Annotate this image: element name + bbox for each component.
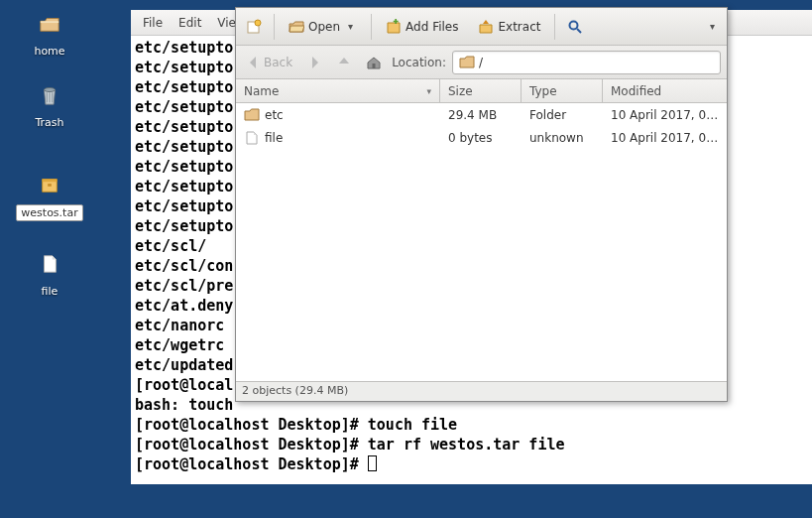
add-files-label: Add Files bbox=[406, 20, 458, 34]
svg-rect-5 bbox=[373, 64, 376, 68]
location-path: / bbox=[479, 56, 483, 69]
open-button[interactable]: Open ▾ bbox=[283, 16, 363, 38]
folder-icon bbox=[244, 107, 260, 123]
column-modified[interactable]: Modified bbox=[603, 79, 727, 102]
toolbar-separator bbox=[554, 14, 555, 40]
svg-point-0 bbox=[45, 87, 56, 91]
sort-indicator-icon: ▾ bbox=[426, 86, 431, 96]
location-label: Location: bbox=[392, 56, 446, 69]
back-label: Back bbox=[264, 56, 292, 69]
back-button[interactable]: Back bbox=[242, 53, 296, 72]
desktop-icon-file[interactable]: file bbox=[10, 246, 89, 299]
desktop-icon-home[interactable]: home bbox=[10, 6, 89, 59]
up-button[interactable] bbox=[332, 53, 356, 72]
archive-window: Open ▾ Add Files Extract ▾ Back bbox=[235, 7, 728, 402]
column-name[interactable]: Name▾ bbox=[236, 79, 440, 102]
menu-file[interactable]: File bbox=[137, 14, 169, 32]
chevron-down-icon[interactable]: ▾ bbox=[704, 21, 721, 32]
archive-columns: Name▾ Size Type Modified bbox=[236, 79, 727, 103]
desktop-icon-label: home bbox=[30, 44, 68, 59]
desktop-icon-label: westos.tar bbox=[16, 204, 82, 221]
toolbar-separator bbox=[274, 14, 275, 40]
file-icon bbox=[30, 246, 69, 282]
add-files-button[interactable]: Add Files bbox=[380, 16, 464, 38]
desktop-icon-trash[interactable]: Trash bbox=[10, 77, 89, 130]
forward-button[interactable] bbox=[302, 53, 326, 72]
archive-toolbar: Open ▾ Add Files Extract ▾ bbox=[236, 8, 727, 46]
home-button[interactable] bbox=[362, 53, 386, 72]
svg-point-3 bbox=[255, 20, 261, 26]
extract-button[interactable]: Extract bbox=[472, 16, 546, 38]
svg-rect-1 bbox=[48, 184, 52, 187]
svg-point-4 bbox=[570, 21, 578, 29]
new-archive-button[interactable] bbox=[242, 16, 266, 38]
menu-edit[interactable]: Edit bbox=[173, 14, 207, 32]
archive-statusbar: 2 objects (29.4 MB) bbox=[236, 381, 727, 401]
archive-navbar: Back Location: / bbox=[236, 46, 727, 79]
list-item[interactable]: etc 29.4 MB Folder 10 April 2017, 08:… bbox=[236, 103, 727, 126]
home-icon bbox=[30, 6, 69, 42]
desktop-icon-label: file bbox=[38, 284, 62, 299]
desktop-icon-westos-tar[interactable]: westos.tar bbox=[10, 167, 89, 221]
folder-icon bbox=[459, 55, 475, 70]
trash-icon bbox=[30, 77, 69, 113]
file-icon bbox=[244, 130, 260, 146]
desktop-icon-label: Trash bbox=[31, 115, 67, 130]
location-input[interactable]: / bbox=[452, 51, 721, 74]
chevron-down-icon[interactable]: ▾ bbox=[344, 21, 357, 32]
toolbar-separator bbox=[371, 14, 372, 40]
list-item[interactable]: file 0 bytes unknown 10 April 2017, 08:… bbox=[236, 126, 727, 149]
archive-icon bbox=[30, 167, 69, 202]
column-size[interactable]: Size bbox=[440, 79, 522, 102]
search-button[interactable] bbox=[563, 16, 587, 38]
extract-label: Extract bbox=[498, 20, 540, 34]
archive-list[interactable]: etc 29.4 MB Folder 10 April 2017, 08:… f… bbox=[236, 103, 727, 381]
column-type[interactable]: Type bbox=[522, 79, 603, 102]
open-label: Open bbox=[308, 20, 340, 34]
